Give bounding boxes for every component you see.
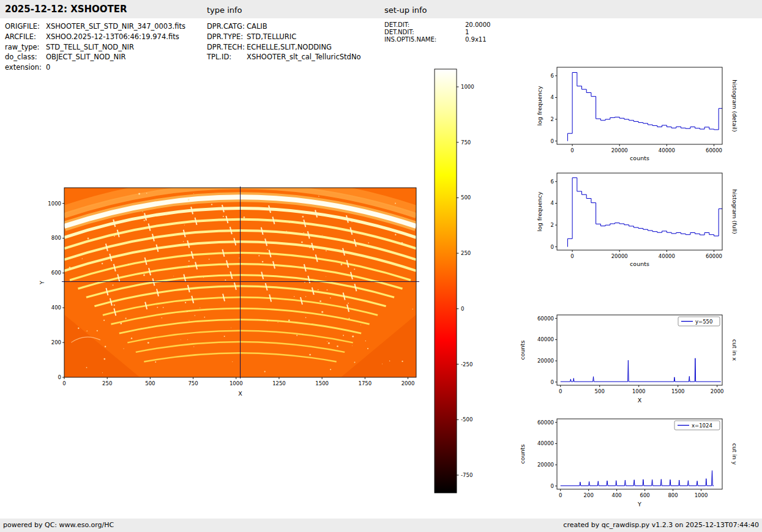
svg-text:60000: 60000	[706, 253, 722, 259]
svg-text:0: 0	[559, 492, 562, 498]
svg-text:400: 400	[51, 305, 61, 311]
svg-text:20000: 20000	[611, 253, 628, 259]
svg-text:counts: counts	[519, 445, 526, 464]
file-info-row: ORIGFILE:XSHOOTER_SLT_STD_NIR_347_0003.f…	[5, 22, 185, 32]
svg-text:20000: 20000	[537, 462, 554, 468]
setup-info-value: 1	[465, 29, 469, 35]
type-info-block: DPR.CATG:CALIB DPR.TYPE:STD,TELLURIC DPR…	[207, 22, 361, 63]
type-info-key: TPL.ID:	[207, 53, 247, 61]
svg-text:60000: 60000	[537, 419, 554, 426]
svg-text:800: 800	[51, 235, 61, 241]
svg-text:4: 4	[551, 200, 554, 206]
cut-in-x-plot: 05001000150020000200004000060000Xcountsc…	[517, 308, 750, 417]
svg-text:40000: 40000	[659, 253, 675, 259]
type-info-row: TPL.ID:XSHOOTER_slt_cal_TelluricStdNo	[207, 53, 361, 63]
svg-text:0: 0	[551, 138, 554, 144]
setup-info-key: INS.OPTI5.NAME:	[384, 36, 465, 43]
file-info-block: ORIGFILE:XSHOOTER_SLT_STD_NIR_347_0003.f…	[5, 22, 185, 73]
type-info-key: DPR.TYPE:	[207, 32, 247, 41]
svg-text:20000: 20000	[611, 147, 628, 153]
svg-text:1500: 1500	[315, 380, 329, 386]
svg-text:1000: 1000	[230, 380, 243, 386]
svg-text:0: 0	[551, 379, 554, 385]
file-info-row: do_class:OBJECT_SLIT_NOD_NIR	[5, 53, 185, 63]
svg-text:40000: 40000	[537, 336, 554, 342]
footer-right-text: created by qc_rawdisp.py v1.2.3 on 2025-…	[563, 521, 759, 529]
file-info-row: extension:0	[5, 63, 185, 73]
svg-text:-250: -250	[461, 361, 473, 368]
svg-text:Y: Y	[39, 281, 45, 285]
svg-text:40000: 40000	[537, 440, 554, 446]
svg-text:0: 0	[461, 306, 464, 312]
page-title: 2025-12-12: XSHOOTER	[5, 4, 127, 15]
svg-text:X: X	[638, 397, 642, 404]
type-info-value: STD,TELLURIC	[247, 32, 296, 41]
file-info-row: ARCFILE:XSHOO.2025-12-13T06:46:19.974.fi…	[5, 32, 185, 43]
file-info-value: XSHOOTER_SLT_STD_NIR_347_0003.fits	[46, 22, 185, 31]
svg-text:0: 0	[559, 388, 562, 394]
setup-info-heading: set-up info	[384, 6, 427, 15]
svg-text:0: 0	[570, 253, 573, 259]
svg-text:500: 500	[145, 380, 155, 386]
file-info-key: do_class:	[5, 53, 46, 61]
svg-text:-500: -500	[461, 416, 473, 423]
file-info-key: raw_type:	[5, 43, 46, 51]
svg-text:800: 800	[668, 492, 678, 498]
svg-text:1000: 1000	[461, 84, 474, 90]
histogram-detail-plot: 02000040000600000246countslog frequencyh…	[517, 60, 750, 169]
svg-text:histogram (detail): histogram (detail)	[731, 79, 738, 131]
svg-text:400: 400	[612, 492, 622, 498]
type-info-value: XSHOOTER_slt_cal_TelluricStdNo	[247, 53, 361, 61]
header-bar: 2025-12-12: XSHOOTER type info set-up in…	[0, 0, 762, 18]
svg-text:counts: counts	[630, 155, 649, 161]
svg-text:0: 0	[551, 244, 554, 250]
svg-text:2: 2	[551, 222, 554, 228]
file-info-value: STD_TELL_SLIT_NOD_NIR	[46, 43, 134, 51]
svg-text:2000: 2000	[402, 380, 415, 386]
svg-text:60000: 60000	[706, 147, 722, 153]
svg-text:log frequency: log frequency	[536, 86, 543, 126]
file-info-value: OBJECT_SLIT_NOD_NIR	[46, 53, 126, 61]
svg-text:0: 0	[58, 374, 61, 380]
setup-info-key: DET.NDIT:	[384, 29, 465, 35]
setup-info-row: DET.DIT:20.0000	[384, 21, 490, 29]
svg-text:600: 600	[51, 270, 61, 276]
svg-text:6: 6	[551, 73, 554, 79]
type-info-heading: type info	[207, 6, 242, 15]
setup-info-value: 0.9x11	[465, 36, 487, 43]
svg-text:750: 750	[461, 139, 471, 146]
svg-text:500: 500	[595, 388, 605, 394]
file-info-key: ARCFILE:	[5, 32, 46, 41]
type-info-row: DPR.TECH:ECHELLE,SLIT,NODDING	[207, 43, 361, 53]
svg-text:60000: 60000	[537, 316, 554, 322]
file-info-key: extension:	[5, 63, 46, 72]
setup-info-row: INS.OPTI5.NAME:0.9x11	[384, 36, 490, 43]
svg-text:counts: counts	[630, 260, 649, 267]
file-info-key: ORIGFILE:	[5, 22, 46, 31]
svg-text:1000: 1000	[48, 201, 61, 207]
svg-text:log frequency: log frequency	[536, 191, 543, 232]
type-info-key: DPR.TECH:	[207, 43, 247, 51]
footer-bar: powered by QC: www.eso.org/HC created by…	[0, 519, 762, 532]
type-info-value: CALIB	[247, 22, 267, 31]
svg-text:750: 750	[188, 380, 198, 386]
svg-text:600: 600	[640, 492, 649, 498]
file-info-row: raw_type:STD_TELL_SLIT_NOD_NIR	[5, 43, 185, 53]
svg-text:2000: 2000	[711, 388, 724, 394]
histogram-full-plot: 02000040000600000246countslog frequencyh…	[517, 166, 750, 275]
type-info-key: DPR.CATG:	[207, 22, 247, 31]
cut-in-y-plot: 020040060080010000200004000060000Ycounts…	[517, 412, 750, 521]
svg-text:200: 200	[584, 492, 594, 498]
svg-text:histogram (full): histogram (full)	[731, 189, 738, 234]
svg-text:Y: Y	[637, 501, 641, 508]
svg-text:cut in x: cut in x	[731, 339, 738, 361]
svg-text:1250: 1250	[272, 380, 286, 386]
svg-text:40000: 40000	[659, 147, 675, 153]
svg-text:1000: 1000	[632, 388, 646, 394]
svg-text:0: 0	[551, 483, 554, 489]
svg-text:0: 0	[62, 380, 65, 386]
svg-text:0: 0	[570, 147, 573, 153]
raw-frame-plot: 0250500750100012501500175020000200400600…	[37, 177, 428, 407]
type-info-value: ECHELLE,SLIT,NODDING	[247, 43, 332, 51]
svg-text:X: X	[238, 390, 242, 397]
